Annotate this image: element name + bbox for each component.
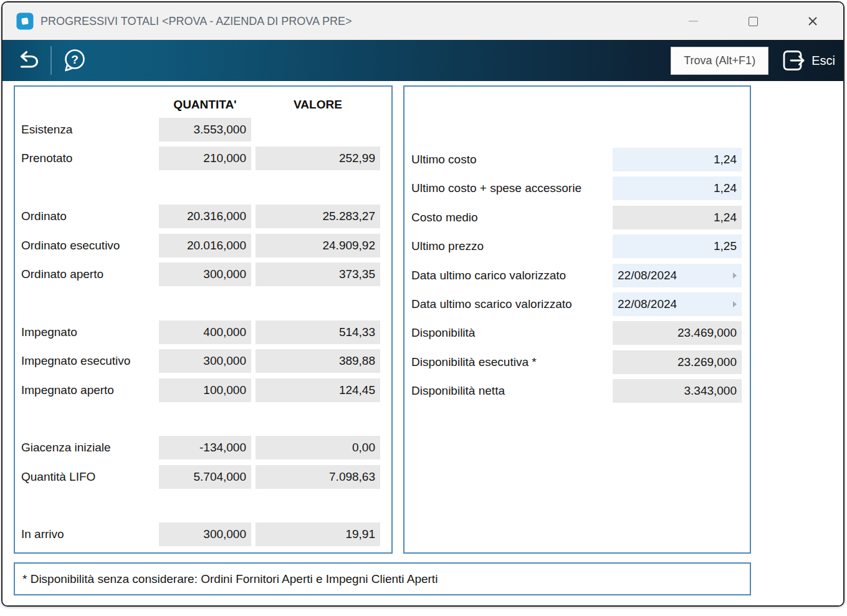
- table-row: Ordinato esecutivo20.016,00024.909,92: [15, 234, 391, 262]
- exit-icon: [781, 48, 807, 73]
- row-label: Ordinato aperto: [15, 262, 159, 291]
- value-field: 373,35: [256, 262, 380, 286]
- costs-panel: Ultimo costo1,24 Ultimo costo + spese ac…: [403, 85, 751, 554]
- find-label: Trova (Alt+F1): [684, 54, 755, 67]
- quantity-field: 20.016,000: [159, 234, 251, 257]
- app-logo-icon: [16, 12, 34, 30]
- column-header-value: VALORE: [256, 98, 380, 112]
- app-window: PROGRESSIVI TOTALI <PROVA - AZIENDA DI P…: [1, 1, 845, 607]
- maximize-button[interactable]: [737, 2, 768, 40]
- content-area: QUANTITA' VALORE Esistenza3.553,000 Pren…: [2, 81, 843, 607]
- table-row: [15, 291, 391, 320]
- footnote-text: * Disponibilità senza considerare: Ordin…: [22, 572, 438, 586]
- row-label: Ordinato esecutivo: [15, 234, 159, 262]
- find-button[interactable]: Trova (Alt+F1): [671, 47, 768, 75]
- row-label: Impegnato aperto: [15, 378, 159, 407]
- disponibilita-netta-field: 3.343,000: [613, 379, 742, 403]
- table-row: [15, 407, 391, 436]
- row-label: [15, 291, 159, 320]
- date-dropdown-icon[interactable]: [733, 301, 737, 307]
- table-row: [15, 494, 391, 522]
- left-header-row: QUANTITA' VALORE: [15, 87, 391, 118]
- row-label: Quantità LIFO: [15, 465, 159, 494]
- data-carico-field[interactable]: 22/08/2024: [613, 264, 742, 287]
- row-label: Disponibilità esecutiva *: [404, 350, 613, 379]
- value-field: 25.283,27: [256, 205, 380, 228]
- footnote-bar: * Disponibilità senza considerare: Ordin…: [14, 562, 751, 595]
- data-scarico-field[interactable]: 22/08/2024: [613, 292, 742, 316]
- table-row: Ultimo prezzo1,25: [404, 234, 750, 263]
- ultimo-costo-spese-field[interactable]: 1,24: [613, 176, 742, 200]
- close-button[interactable]: [797, 2, 828, 40]
- row-label: Prenotato: [15, 147, 159, 175]
- date-dropdown-icon[interactable]: [733, 272, 737, 279]
- row-label: Esistenza: [15, 118, 159, 147]
- window-controls: [649, 2, 828, 40]
- totals-panel: QUANTITA' VALORE Esistenza3.553,000 Pren…: [14, 85, 393, 554]
- table-row: Prenotato210,000252,99: [15, 147, 391, 175]
- row-label: Ultimo costo + spese accessorie: [404, 176, 613, 205]
- quantity-field: 400,000: [159, 320, 251, 344]
- row-label: Costo medio: [404, 206, 613, 234]
- minimize-button[interactable]: [677, 2, 709, 40]
- table-row: Ordinato20.316,00025.283,27: [15, 205, 391, 233]
- quantity-field: -134,000: [159, 436, 251, 460]
- row-label: Ultimo prezzo: [404, 234, 613, 263]
- table-row: Costo medio1,24: [404, 206, 750, 234]
- table-row: Disponibilità esecutiva *23.269,000: [404, 350, 750, 379]
- value-field: 252,99: [256, 147, 380, 170]
- row-label: [15, 176, 159, 205]
- disponibilita-field: 23.469,000: [613, 321, 742, 345]
- quantity-field: 100,000: [159, 378, 251, 402]
- window-title: PROGRESSIVI TOTALI <PROVA - AZIENDA DI P…: [41, 15, 352, 28]
- ultimo-costo-field[interactable]: 1,24: [613, 148, 742, 171]
- quantity-field: 3.553,000: [159, 118, 251, 142]
- table-row: Impegnato400,000514,33: [15, 320, 391, 349]
- back-button[interactable]: [14, 49, 41, 72]
- table-row: [15, 176, 391, 205]
- exit-button[interactable]: Esci: [781, 48, 835, 73]
- quantity-field: 210,000: [159, 147, 251, 170]
- help-button[interactable]: ?: [61, 47, 87, 74]
- help-icon: ?: [61, 47, 87, 74]
- table-row: Esistenza3.553,000: [15, 118, 391, 147]
- row-label: Disponibilità: [404, 321, 613, 350]
- row-label: In arrivo: [15, 522, 159, 551]
- ultimo-prezzo-field[interactable]: 1,25: [613, 234, 742, 258]
- row-label: Disponibilità netta: [404, 379, 613, 408]
- minimize-icon: [689, 21, 698, 22]
- row-label: [15, 494, 159, 522]
- table-row: In arrivo300,00019,91: [15, 522, 391, 551]
- quantity-field: 5.704,000: [159, 465, 251, 489]
- table-row: Disponibilità netta3.343,000: [404, 379, 750, 408]
- title-bar: PROGRESSIVI TOTALI <PROVA - AZIENDA DI P…: [2, 2, 843, 40]
- value-field: 24.909,92: [256, 234, 380, 257]
- value-field: 19,91: [256, 522, 380, 546]
- quantity-field: 300,000: [159, 522, 251, 546]
- toolbar-separator: [50, 46, 52, 75]
- table-row: Ultimo costo + spese accessorie1,24: [404, 176, 750, 205]
- exit-label: Esci: [811, 54, 835, 68]
- table-row: Ordinato aperto300,000373,35: [15, 262, 391, 291]
- table-row: Quantità LIFO5.704,0007.098,63: [15, 465, 391, 494]
- value-field: 389,88: [256, 349, 380, 373]
- row-label: Giacenza iniziale: [15, 436, 159, 464]
- back-icon: [14, 50, 41, 72]
- quantity-field: 300,000: [159, 262, 251, 286]
- table-row: Data ultimo carico valorizzato22/08/2024: [404, 264, 750, 292]
- quantity-field: 300,000: [159, 349, 251, 373]
- date-value: 22/08/2024: [618, 292, 733, 316]
- row-label: Data ultimo scarico valorizzato: [404, 292, 613, 321]
- table-row: Ultimo costo1,24: [404, 148, 750, 176]
- toolbar: ? Trova (Alt+F1) Esci: [2, 40, 843, 81]
- table-row: Impegnato esecutivo300,000389,88: [15, 349, 391, 378]
- row-label: Data ultimo carico valorizzato: [404, 264, 613, 292]
- svg-text:?: ?: [71, 53, 79, 66]
- row-label: Ultimo costo: [404, 148, 613, 176]
- table-row: Disponibilità23.469,000: [404, 321, 750, 350]
- date-value: 22/08/2024: [618, 264, 733, 287]
- table-row: Giacenza iniziale-134,0000,00: [15, 436, 391, 464]
- value-field: 514,33: [256, 320, 380, 344]
- row-label: Impegnato: [15, 320, 159, 349]
- row-label: Impegnato esecutivo: [15, 349, 159, 378]
